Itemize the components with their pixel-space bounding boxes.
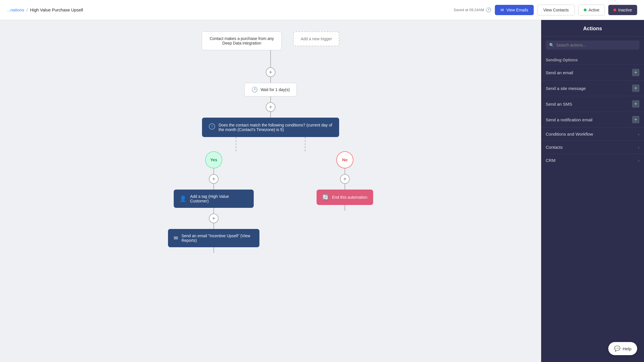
email-node[interactable]: ✉ Send an email "Incentive Upsell" (View… xyxy=(168,229,259,247)
question-icon: ? xyxy=(209,123,215,130)
view-emails-button[interactable]: ✉ View Emails xyxy=(495,5,534,15)
help-icon: 💬 xyxy=(614,345,620,352)
wait-node[interactable]: 🕐 Wait for 1 day(s) xyxy=(244,83,297,96)
action-send-notification-email[interactable]: Send a notification email + xyxy=(541,112,644,127)
chevron-down-icon-2: › xyxy=(638,145,639,150)
yes-branch: Yes + 👤 Add a tag (High Value Customer) … xyxy=(168,151,259,253)
no-branch-line xyxy=(305,137,305,151)
no-branch: No + 🔄 End this automation xyxy=(317,151,373,211)
search-icon: 🔍 xyxy=(549,43,554,47)
email-icon-node: ✉ xyxy=(174,235,178,241)
branch-lines xyxy=(11,137,530,151)
section-crm[interactable]: CRM › xyxy=(541,154,644,167)
section-contacts[interactable]: Contacts › xyxy=(541,140,644,154)
tag-node[interactable]: 👤 Add a tag (High Value Customer) xyxy=(174,190,254,208)
connector-line-3 xyxy=(270,96,271,102)
history-icon[interactable]: 🕐 xyxy=(486,7,491,13)
add-action-btn-1[interactable]: + xyxy=(266,67,275,77)
add-send-email-icon[interactable]: + xyxy=(632,69,639,76)
end-icon: 🔄 xyxy=(322,194,329,200)
main-content: Contact makes a purchase from any Deep D… xyxy=(0,20,644,362)
breadcrumb-current: High Value Purchase Upsell xyxy=(30,7,83,12)
add-after-tag-btn[interactable]: + xyxy=(209,214,219,223)
add-no-action-btn[interactable]: + xyxy=(340,174,350,184)
breadcrumb-parent[interactable]: ...nations xyxy=(7,7,24,12)
inactive-status-button[interactable]: Inactive xyxy=(608,5,637,15)
view-contacts-button[interactable]: View Contacts xyxy=(537,5,575,15)
yes-branch-line xyxy=(236,137,236,151)
breadcrumb: ...nations / High Value Purchase Upsell xyxy=(7,7,83,12)
workflow-diagram: Contact makes a purchase from any Deep D… xyxy=(11,31,530,270)
add-trigger-node[interactable]: Add a new trigger xyxy=(293,31,339,46)
action-send-sms[interactable]: Send an SMS + xyxy=(541,96,644,112)
triggers-row: Contact makes a purchase from any Deep D… xyxy=(202,31,339,50)
end-node[interactable]: 🔄 End this automation xyxy=(317,190,373,205)
add-yes-action-btn[interactable]: + xyxy=(209,174,219,184)
action-send-site-message[interactable]: Send a site message + xyxy=(541,80,644,96)
yes-button[interactable]: Yes xyxy=(205,151,222,168)
header: ...nations / High Value Purchase Upsell … xyxy=(0,0,644,20)
clock-icon: 🕐 xyxy=(251,87,258,93)
email-icon: ✉ xyxy=(501,8,504,12)
active-status-button[interactable]: Active xyxy=(578,5,605,15)
actions-sidebar: Actions 🔍 Sending Options Send an email … xyxy=(541,20,644,362)
section-conditions-workflow[interactable]: Conditions and Workflow › xyxy=(541,127,644,140)
search-input[interactable] xyxy=(556,43,636,47)
section-sending-options-label: Sending Options xyxy=(541,54,644,65)
chevron-down-icon: › xyxy=(638,132,639,136)
person-icon: 👤 xyxy=(179,195,187,202)
action-send-email[interactable]: Send an email + xyxy=(541,65,644,80)
trigger-node[interactable]: Contact makes a purchase from any Deep D… xyxy=(202,31,282,50)
connector-line-1 xyxy=(270,50,271,67)
add-send-notification-email-icon[interactable]: + xyxy=(632,116,639,123)
workflow-canvas[interactable]: Contact makes a purchase from any Deep D… xyxy=(0,20,541,362)
chevron-down-icon-3: › xyxy=(638,158,639,163)
saved-time: Saved at 09:24AM 🕐 xyxy=(453,7,491,13)
help-button[interactable]: 💬 Help xyxy=(608,342,637,355)
header-actions: Saved at 09:24AM 🕐 ✉ View Emails View Co… xyxy=(453,5,637,15)
add-action-btn-2[interactable]: + xyxy=(266,102,275,112)
branches-container: Yes + 👤 Add a tag (High Value Customer) … xyxy=(168,151,373,253)
connector-line-4 xyxy=(270,112,271,118)
inactive-dot-icon xyxy=(613,9,616,11)
condition-node[interactable]: ? Does the contact match the following c… xyxy=(202,118,339,137)
breadcrumb-separator: / xyxy=(27,7,28,12)
branch-split: Yes + 👤 Add a tag (High Value Customer) … xyxy=(11,137,530,253)
sidebar-title: Actions xyxy=(541,20,644,37)
search-box[interactable]: 🔍 xyxy=(546,41,639,50)
connector-line-2 xyxy=(270,77,271,83)
add-send-sms-icon[interactable]: + xyxy=(632,100,639,108)
active-dot-icon xyxy=(584,9,587,11)
add-send-site-message-icon[interactable]: + xyxy=(632,85,639,92)
no-button[interactable]: No xyxy=(336,151,353,168)
